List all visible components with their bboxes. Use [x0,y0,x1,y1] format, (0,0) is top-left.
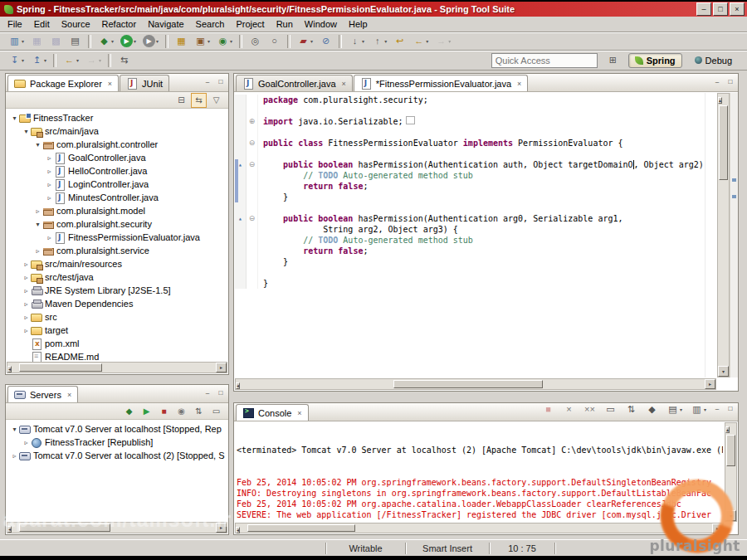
close-tab-icon[interactable]: × [342,80,346,88]
expand-arrow-icon[interactable]: ▹ [33,247,42,255]
scroll-right-icon[interactable]: ▸ [705,379,715,389]
external-tools-icon[interactable]: ▶▾ [140,33,161,50]
expand-arrow-icon[interactable]: ▹ [45,154,54,162]
menu-source[interactable]: Source [56,17,96,31]
scroll-down-icon[interactable]: ▾ [718,366,729,377]
expand-arrow-icon[interactable]: ▹ [22,300,31,308]
menu-window[interactable]: Window [299,17,343,31]
collapse-arrow-icon[interactable]: ▾ [10,114,19,122]
back-icon[interactable]: ←▾ [410,33,431,50]
clean-server-icon[interactable]: ▭ [208,404,224,419]
menu-run[interactable]: Run [271,17,299,31]
coverage-icon[interactable]: ▰▾ [295,33,315,50]
scroll-thumb[interactable] [726,435,735,466]
scroll-lock-icon[interactable]: ⇅ [622,401,640,417]
tree-item[interactable]: ▹target [7,324,227,337]
scroll-thumb[interactable] [719,105,728,180]
prev-edit-icon[interactable]: ↥▾ [28,52,49,69]
save-all-icon[interactable]: ▩ [47,33,65,50]
menu-file[interactable]: File [2,17,28,31]
tree-item[interactable]: ▾com.pluralsight.controller [7,138,227,151]
tree-item[interactable]: ▹com.pluralsight.service [7,244,227,257]
expand-arrow-icon[interactable]: ▹ [22,327,31,334]
close-button[interactable]: × [730,2,745,16]
next-edit-icon[interactable]: ↧▾ [6,52,27,69]
new-wizard-icon[interactable]: ▥▾ [6,33,27,50]
tree-item[interactable]: ▹Maven Dependencies [7,297,227,310]
perspective-spring-button[interactable]: Spring [628,53,682,68]
publish-server-icon[interactable]: ⇅ [191,404,207,419]
tree-item[interactable]: ▹FitnessPermissionEvaluator.java [7,231,227,244]
collapse-arrow-icon[interactable]: ▾ [10,426,19,433]
stop-server-icon[interactable]: ■ [156,404,172,419]
terminate-icon[interactable]: ■ [540,401,557,417]
scroll-thumb[interactable] [393,380,543,388]
clear-console-icon[interactable]: ▭ [602,401,619,417]
fold-collapse-icon[interactable]: ⊖ [247,138,258,149]
new-class-icon[interactable]: ◉▾ [214,33,235,50]
tab-servers[interactable]: Servers× [7,386,78,402]
menu-project[interactable]: Project [230,17,270,31]
tree-item[interactable]: ▹JRE System Library [J2SE-1.5] [7,284,227,297]
scroll-left-icon[interactable]: ◂ [7,366,12,373]
fold-expand-icon[interactable]: ⊕ [247,116,258,127]
scroll-thumb[interactable] [247,524,355,532]
link-icon[interactable]: ⇆ [115,52,133,69]
maximize-view-icon[interactable]: □ [215,388,227,399]
close-tab-icon[interactable]: × [108,80,112,88]
menu-refactor[interactable]: Refactor [96,17,143,31]
maximize-view-icon[interactable]: □ [725,77,736,88]
expand-arrow-icon[interactable]: ▹ [22,261,31,268]
start-server-icon[interactable]: ▶ [139,404,154,419]
minimize-view-icon[interactable]: – [202,77,213,88]
editor-hscrollbar[interactable]: ◂ ▸ [235,378,716,390]
minimize-view-icon[interactable]: – [711,77,723,88]
close-tab-icon[interactable]: × [517,80,521,88]
menu-navigate[interactable]: Navigate [142,17,189,31]
remove-all-launches-icon[interactable]: ×× [581,401,598,417]
tree-item[interactable]: ▾Tomcat v7.0 Server at localhost [Stoppe… [7,422,227,436]
tree-item[interactable]: ▹src/test/java [7,270,227,284]
view-menu-icon[interactable]: ▽ [208,93,224,108]
expand-arrow-icon[interactable]: ▹ [45,234,54,241]
expand-arrow-icon[interactable]: ▹ [22,439,31,446]
tab-goalcontroller-java[interactable]: GoalController.java× [236,75,353,91]
remove-launch-icon[interactable]: × [560,401,578,417]
tree-item[interactable]: README.md [7,350,227,362]
search-icon[interactable]: ○ [266,33,283,50]
expand-arrow-icon[interactable]: ▹ [45,194,54,202]
fold-collapse-icon[interactable]: ⊖ [247,213,258,224]
expand-arrow-icon[interactable]: ▹ [22,287,31,295]
tree-item[interactable]: ▹FitnessTracker [Republish] [7,436,227,449]
tree-item[interactable]: ▹com.pluralsight.model [7,204,227,217]
maximize-view-icon[interactable]: □ [215,77,227,88]
overview-ruler[interactable] [730,93,738,377]
tree-item[interactable]: ▹GoalController.java [7,151,227,164]
expand-arrow-icon[interactable]: ▹ [45,168,54,175]
save-icon[interactable]: ▦ [28,33,46,50]
tree-item[interactable]: ▾FitnessTracker [7,111,227,124]
expand-arrow-icon[interactable]: ▹ [22,274,31,281]
new-java-project-icon[interactable]: ▦ [173,33,190,50]
debug-icon[interactable]: ◆▾ [95,33,116,50]
minimize-button[interactable]: – [696,2,711,16]
scroll-thumb[interactable] [19,363,102,372]
fold-collapse-icon[interactable]: ⊖ [247,159,258,170]
tab-console[interactable]: Console× [236,404,309,421]
tab-junit[interactable]: JUnit [120,75,169,91]
tree-item[interactable]: ▹MinutesController.java [7,191,227,204]
package-explorer-hscrollbar[interactable]: ◂ ▸ [7,362,227,373]
tree-item[interactable]: ▹LoginController.java [7,178,227,191]
menu-edit[interactable]: Edit [28,17,56,31]
scroll-left-icon[interactable]: ◂ [236,382,240,389]
new-package-icon[interactable]: ▣▾ [192,33,212,50]
expand-arrow-icon[interactable]: ▹ [33,207,42,215]
print-icon[interactable]: ▤ [66,33,84,50]
scroll-up-icon[interactable]: ▴ [725,426,730,433]
tree-item[interactable]: ▹src/main/resources [7,257,227,270]
perspective-debug-button[interactable]: Debug [688,53,739,68]
tree-item[interactable]: ▹src [7,310,227,324]
prev-annotation-icon[interactable]: ↑▾ [369,33,389,50]
open-perspective-icon[interactable]: ⊞ [604,52,622,69]
menu-search[interactable]: Search [190,17,231,31]
